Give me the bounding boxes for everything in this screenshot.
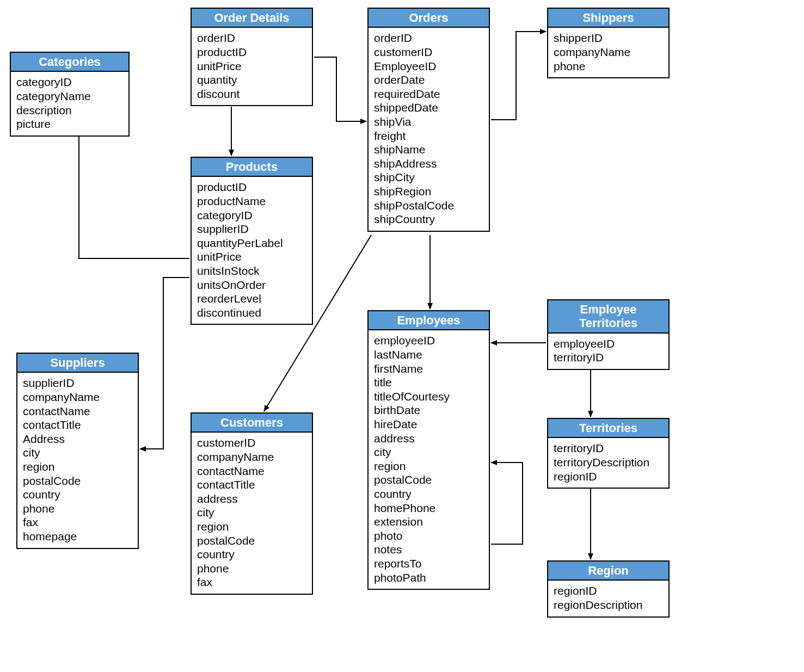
field: region bbox=[374, 459, 483, 473]
field: city bbox=[197, 505, 306, 520]
field: phone bbox=[554, 59, 663, 73]
field: employeeID bbox=[554, 337, 663, 351]
field: shippedDate bbox=[374, 101, 483, 115]
field: Address bbox=[23, 432, 132, 446]
entity-body-employees: employeeIDlastNamefirstNametitletitleOfC… bbox=[369, 330, 489, 589]
entity-header-customers: Customers bbox=[192, 414, 312, 433]
entity-body-employee-territories: employeeIDterritoryID bbox=[548, 334, 668, 369]
field: fax bbox=[23, 515, 132, 529]
field: photoPath bbox=[374, 571, 483, 585]
field: photo bbox=[374, 529, 483, 543]
field: shipRegion bbox=[374, 184, 483, 199]
field: shipPostalCode bbox=[374, 199, 483, 213]
field: productID bbox=[197, 180, 306, 194]
field: country bbox=[197, 547, 306, 562]
field: unitsOnOrder bbox=[197, 278, 306, 292]
field: region bbox=[23, 460, 132, 474]
relationship-arrow bbox=[491, 32, 546, 120]
entity-header-orders: Orders bbox=[369, 9, 489, 28]
field: picture bbox=[16, 117, 123, 131]
field: contactName bbox=[197, 464, 306, 478]
entity-header-order-details: Order Details bbox=[192, 9, 312, 28]
field: postalCode bbox=[374, 473, 483, 487]
field: hireDate bbox=[374, 417, 483, 431]
entity-body-suppliers: supplierIDcompanyNamecontactNamecontactT… bbox=[17, 373, 138, 547]
field: unitPrice bbox=[197, 250, 306, 264]
entity-products[interactable]: ProductsproductIDproductNamecategoryIDsu… bbox=[191, 157, 313, 325]
field: territoryID bbox=[554, 350, 663, 365]
field: unitPrice bbox=[197, 59, 306, 73]
entity-region[interactable]: RegionregionIDregionDescription bbox=[547, 560, 670, 618]
field: notes bbox=[374, 542, 483, 557]
field: companyName bbox=[197, 450, 306, 464]
field: contactTitle bbox=[23, 418, 132, 432]
field: phone bbox=[23, 502, 132, 516]
field: title bbox=[374, 375, 483, 390]
field: categoryID bbox=[16, 75, 123, 89]
entity-order-details[interactable]: Order DetailsorderIDproductIDunitPricequ… bbox=[191, 8, 313, 106]
field: customerID bbox=[374, 45, 483, 59]
field: postalCode bbox=[23, 474, 132, 488]
field: orderID bbox=[197, 31, 306, 45]
field: categoryName bbox=[16, 89, 123, 103]
field: description bbox=[16, 103, 123, 118]
field: phone bbox=[197, 562, 306, 576]
field: titleOfCourtesy bbox=[374, 390, 483, 404]
field: categoryID bbox=[197, 208, 306, 223]
field: firstName bbox=[374, 362, 483, 376]
entity-header-employee-territories: EmployeeTerritories bbox=[548, 300, 668, 334]
field: companyName bbox=[23, 390, 132, 404]
field: birthDate bbox=[374, 403, 483, 417]
field: contactName bbox=[23, 404, 132, 418]
field: employeeID bbox=[374, 334, 483, 348]
field: requiredDate bbox=[374, 87, 483, 101]
field: country bbox=[374, 487, 483, 501]
relationship-arrow bbox=[491, 463, 523, 544]
entity-header-employees: Employees bbox=[369, 311, 489, 330]
field: extension bbox=[374, 515, 483, 529]
entity-territories[interactable]: TerritoriesterritoryIDterritoryDescripti… bbox=[547, 418, 670, 489]
entity-employees[interactable]: EmployeesemployeeIDlastNamefirstNametitl… bbox=[367, 310, 490, 590]
entity-header-territories: Territories bbox=[548, 419, 668, 438]
entity-body-orders: orderIDcustomerIDEmployeeIDorderDaterequ… bbox=[369, 28, 489, 231]
entity-shippers[interactable]: ShippersshipperIDcompanyNamephone bbox=[547, 8, 670, 78]
entity-body-products: productIDproductNamecategoryIDsupplierID… bbox=[192, 177, 312, 324]
entity-header-region: Region bbox=[548, 562, 668, 581]
diagram-canvas: CategoriescategoryIDcategoryNamedescript… bbox=[0, 0, 804, 672]
field: supplierID bbox=[23, 376, 132, 390]
field: quantityPerLabel bbox=[197, 236, 306, 250]
field: territoryDescription bbox=[554, 455, 663, 470]
field: quantity bbox=[197, 73, 306, 87]
field: shipCountry bbox=[374, 212, 483, 226]
field: discontinued bbox=[197, 306, 306, 320]
relationship-arrow bbox=[79, 130, 189, 258]
field: territoryID bbox=[554, 441, 663, 455]
field: reorderLevel bbox=[197, 292, 306, 306]
entity-customers[interactable]: CustomerscustomerIDcompanyNamecontactNam… bbox=[191, 412, 313, 595]
field: shipAddress bbox=[374, 157, 483, 171]
entity-orders[interactable]: OrdersorderIDcustomerIDEmployeeIDorderDa… bbox=[367, 8, 490, 232]
field: city bbox=[374, 445, 483, 459]
field: regionDescription bbox=[554, 598, 663, 612]
field: shipCity bbox=[374, 170, 483, 184]
entity-categories[interactable]: CategoriescategoryIDcategoryNamedescript… bbox=[10, 52, 130, 137]
field: companyName bbox=[554, 45, 663, 59]
entity-employee-territories[interactable]: EmployeeTerritoriesemployeeIDterritoryID bbox=[547, 299, 670, 370]
entity-body-categories: categoryIDcategoryNamedescriptionpicture bbox=[11, 72, 128, 135]
field: postalCode bbox=[197, 534, 306, 548]
field: EmployeeID bbox=[374, 59, 483, 73]
entity-body-customers: customerIDcompanyNamecontactNamecontactT… bbox=[192, 433, 312, 594]
entity-suppliers[interactable]: SupplierssupplierIDcompanyNamecontactNam… bbox=[16, 353, 139, 549]
field: address bbox=[197, 492, 306, 506]
field: reportsTo bbox=[374, 557, 483, 571]
field: unitsInStock bbox=[197, 264, 306, 278]
entity-body-region: regionIDregionDescription bbox=[548, 581, 668, 616]
field: city bbox=[23, 446, 132, 460]
field: fax bbox=[197, 575, 306, 589]
field: homepage bbox=[23, 529, 132, 544]
entity-header-suppliers: Suppliers bbox=[17, 354, 138, 373]
field: regionID bbox=[554, 584, 663, 598]
field: country bbox=[23, 488, 132, 502]
field: homePhone bbox=[374, 501, 483, 515]
entity-body-shippers: shipperIDcompanyNamephone bbox=[548, 28, 668, 77]
